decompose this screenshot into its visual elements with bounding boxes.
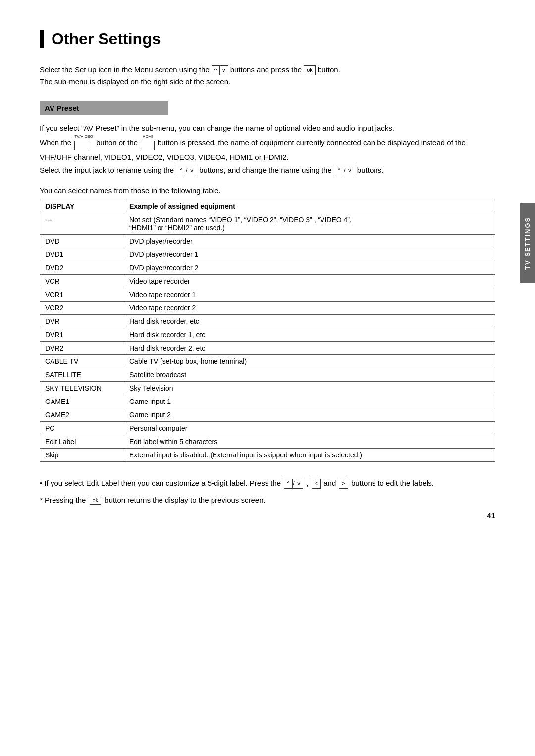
change-up-button: ^ — [335, 166, 343, 175]
bullet1-end: buttons to edit the labels. — [351, 479, 434, 487]
table-cell-display: DVD — [40, 235, 124, 248]
table-row: DVR1Hard disk recorder 1, etc — [40, 328, 495, 342]
table-cell-display: DVR1 — [40, 328, 124, 342]
bullet1-gt-button: > — [339, 479, 348, 488]
btn-up-icon: ^v — [212, 65, 228, 74]
tv-video-button-wrapper: TV/VIDEO — [74, 135, 93, 151]
table-row: DVRHard disk recorder, etc — [40, 315, 495, 328]
bullet1-up-button: ^ — [284, 479, 292, 488]
table-cell-desc: Video tape recorder 2 — [124, 302, 495, 315]
page-number: 41 — [487, 511, 495, 520]
rename-down-button: v — [188, 166, 196, 175]
table-row: PCPersonal computer — [40, 422, 495, 435]
body3-pre: Select the input jack to rename using th… — [40, 166, 174, 174]
side-label: TV SETTINGS — [520, 203, 535, 283]
table-cell-desc: DVD player/recorder 1 — [124, 248, 495, 261]
body2-pre: When the — [40, 138, 71, 146]
bullet2: * Pressing the ok button returns the dis… — [40, 494, 495, 506]
intro-line1-text: Select the Set up icon in the Menu scree… — [40, 65, 210, 74]
change-down-button: v — [346, 166, 354, 175]
table-cell-desc: DVD player/recorder 2 — [124, 261, 495, 275]
table-row: SATELLITESatellite broadcast — [40, 368, 495, 382]
page-title: Other Settings — [40, 30, 495, 48]
table-cell-desc: Hard disk recorder 1, etc — [124, 328, 495, 342]
table-cell-desc: Sky Television — [124, 382, 495, 395]
table-row: DVD2DVD player/recorder 2 — [40, 261, 495, 275]
down-button: v — [220, 65, 228, 75]
av-preset-section: AV Preset If you select “AV Preset” in t… — [40, 101, 495, 176]
bullet1-pre: • If you select Edit Label then you can … — [40, 479, 281, 487]
table-col2-header: Example of assigned equipment — [124, 200, 495, 213]
table-cell-display: VCR1 — [40, 288, 124, 302]
av-preset-body1: If you select “AV Preset” in the sub-men… — [40, 122, 495, 135]
table-header-row: DISPLAY Example of assigned equipment — [40, 200, 495, 213]
body3-mid: buttons, and change the name using the — [199, 166, 332, 174]
table-cell-display: VCR — [40, 275, 124, 288]
change-btn-group: ^/v — [335, 166, 354, 175]
body3-end: buttons. — [357, 166, 383, 174]
table-cell-desc: External input is disabled. (External in… — [124, 449, 495, 462]
bullet1-mid: , — [306, 479, 308, 487]
table-cell-display: GAME2 — [40, 408, 124, 422]
table-cell-display: VCR2 — [40, 302, 124, 315]
table-cell-display: GAME1 — [40, 395, 124, 408]
bullet1: • If you select Edit Label then you can … — [40, 477, 495, 490]
av-preset-body: If you select “AV Preset” in the sub-men… — [40, 122, 495, 176]
ok-button-bullet: ok — [90, 496, 102, 505]
table-row: SkipExternal input is disabled. (Externa… — [40, 449, 495, 462]
table-row: VCR2Video tape recorder 2 — [40, 302, 495, 315]
table-cell-display: CABLE TV — [40, 355, 124, 368]
av-preset-body3: Select the input jack to rename using th… — [40, 164, 495, 177]
table-cell-desc: Satellite broadcast — [124, 368, 495, 382]
bullet1-lt-button: < — [312, 479, 321, 488]
table-cell-desc: Game input 2 — [124, 408, 495, 422]
table-row: GAME1Game input 1 — [40, 395, 495, 408]
table-intro-text: You can select names from those in the f… — [40, 186, 495, 195]
hdmi-button — [141, 141, 154, 150]
table-row: ---Not set (Standard names “VIDEO 1”, “V… — [40, 213, 495, 235]
table-cell-display: DVD1 — [40, 248, 124, 261]
table-col1-header: DISPLAY — [40, 200, 124, 213]
bullet1-and: and — [323, 479, 336, 487]
up-button: ^ — [212, 65, 220, 75]
table-row: SKY TELEVISIONSky Television — [40, 382, 495, 395]
intro-end1: button. — [318, 65, 340, 74]
table-cell-display: SATELLITE — [40, 368, 124, 382]
table-cell-desc: Personal computer — [124, 422, 495, 435]
hdmi-button-wrapper: HDMI — [141, 135, 154, 151]
table-cell-display: Edit Label — [40, 435, 124, 449]
table-cell-display: DVD2 — [40, 261, 124, 275]
av-preset-body2: When the TV/VIDEO button or the HDMI but… — [40, 135, 495, 164]
bullet2-end: button returns the display to the previo… — [105, 496, 265, 504]
table-row: DVDDVD player/recorder — [40, 235, 495, 248]
table-row: VCR1Video tape recorder 1 — [40, 288, 495, 302]
table-row: GAME2Game input 2 — [40, 408, 495, 422]
intro-line2: The sub-menu is displayed on the right s… — [40, 77, 230, 86]
rename-btn-group: ^/v — [177, 166, 196, 175]
page-container: Other Settings Select the Set up icon in… — [0, 0, 535, 540]
body2-mid: button or the — [96, 138, 138, 146]
intro-mid1: buttons and press the — [230, 65, 302, 74]
table-row: CABLE TVCable TV (set-top box, home term… — [40, 355, 495, 368]
table-cell-desc: Edit label within 5 characters — [124, 435, 495, 449]
tv-video-label: TV/VIDEO — [74, 135, 93, 139]
table-cell-desc: Hard disk recorder 2, etc — [124, 342, 495, 355]
table-row: VCRVideo tape recorder — [40, 275, 495, 288]
table-cell-desc: Game input 1 — [124, 395, 495, 408]
bullet1-btn-group: ^/v — [284, 479, 303, 488]
table-cell-display: SKY TELEVISION — [40, 382, 124, 395]
table-row: DVR2Hard disk recorder 2, etc — [40, 342, 495, 355]
table-row: DVD1DVD player/recorder 1 — [40, 248, 495, 261]
av-preset-table: DISPLAY Example of assigned equipment --… — [40, 200, 495, 462]
table-cell-display: --- — [40, 213, 124, 235]
table-cell-display: DVR — [40, 315, 124, 328]
intro-paragraph: Select the Set up icon in the Menu scree… — [40, 64, 495, 88]
ok-button-intro: ok — [304, 65, 316, 75]
bullets-section: • If you select Edit Label then you can … — [40, 477, 495, 506]
av-preset-header: AV Preset — [40, 101, 168, 115]
table-cell-desc: DVD player/recorder — [124, 235, 495, 248]
table-cell-display: PC — [40, 422, 124, 435]
table-cell-display: Skip — [40, 449, 124, 462]
table-cell-desc: Video tape recorder — [124, 275, 495, 288]
table-cell-display: DVR2 — [40, 342, 124, 355]
